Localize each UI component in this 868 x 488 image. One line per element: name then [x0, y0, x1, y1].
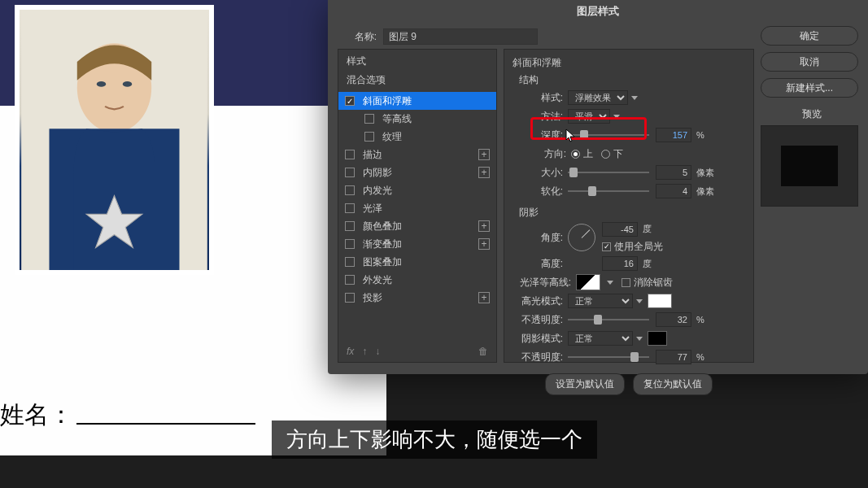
- blend-options[interactable]: 混合选项: [338, 73, 496, 92]
- highlight-opacity-row: 不透明度:%: [513, 312, 745, 328]
- effect-bevel-emboss[interactable]: 斜面和浮雕: [338, 92, 496, 110]
- checkbox-icon[interactable]: [345, 185, 355, 195]
- svg-point-5: [123, 81, 132, 87]
- arrow-down-icon[interactable]: ↓: [375, 346, 380, 357]
- plus-icon[interactable]: +: [478, 292, 490, 303]
- svg-point-4: [97, 81, 106, 87]
- shading-title: 阴影: [519, 206, 745, 220]
- highlight-color-swatch[interactable]: [648, 294, 672, 308]
- chevron-down-icon: [613, 115, 620, 119]
- checkbox-icon[interactable]: [345, 203, 355, 213]
- direction-down-radio[interactable]: 下: [601, 147, 623, 161]
- depth-slider[interactable]: [568, 129, 649, 141]
- name-underline: [76, 423, 255, 425]
- shadow-color-swatch[interactable]: [648, 331, 667, 346]
- portrait-image: [20, 10, 209, 270]
- new-style-button[interactable]: 新建样式...: [761, 78, 858, 98]
- highlight-opacity-input[interactable]: [656, 312, 691, 327]
- checkbox-icon[interactable]: [345, 239, 355, 249]
- depth-row: 深度:%: [513, 127, 745, 143]
- effect-stroke[interactable]: 描边+: [338, 146, 496, 163]
- effect-drop-shadow[interactable]: 投影+: [338, 289, 496, 307]
- effect-texture[interactable]: 纹理: [338, 128, 496, 146]
- altitude-input[interactable]: [602, 256, 638, 271]
- checkbox-icon[interactable]: [364, 132, 374, 142]
- global-light-checkbox[interactable]: [602, 242, 611, 251]
- effect-inner-shadow[interactable]: 内阴影+: [338, 163, 496, 181]
- effect-color-overlay[interactable]: 颜色叠加+: [338, 217, 496, 235]
- effect-satin[interactable]: 光泽: [338, 199, 496, 217]
- effect-gradient-overlay[interactable]: 渐变叠加+: [338, 235, 496, 253]
- styles-list-panel: 样式 混合选项 斜面和浮雕 等高线 纹理 描边+ 内阴影+ 内发光 光泽 颜色叠…: [338, 49, 497, 363]
- checkbox-icon[interactable]: [345, 150, 355, 159]
- direction-row: 方向: 上 下: [513, 146, 745, 162]
- effect-inner-glow[interactable]: 内发光: [338, 181, 496, 199]
- gloss-contour-row: 光泽等高线:消除锯齿: [513, 274, 745, 290]
- shadow-opacity-input[interactable]: [656, 350, 691, 364]
- size-row: 大小:像素: [513, 164, 745, 181]
- chevron-down-icon: [636, 337, 643, 341]
- photo-frame: [15, 5, 214, 275]
- highlight-opacity-slider[interactable]: [568, 314, 649, 325]
- checkbox-icon[interactable]: [345, 275, 355, 285]
- effect-contour[interactable]: 等高线: [338, 110, 496, 128]
- shadow-mode-row: 阴影模式:正常: [513, 330, 745, 346]
- plus-icon[interactable]: +: [478, 220, 490, 232]
- trash-icon[interactable]: 🗑: [478, 346, 488, 357]
- plus-icon[interactable]: +: [478, 149, 490, 160]
- arrow-up-icon[interactable]: ↑: [362, 346, 367, 357]
- checkbox-icon[interactable]: [345, 96, 355, 106]
- checkbox-icon[interactable]: [345, 293, 355, 303]
- technique-select[interactable]: 平滑: [568, 109, 610, 124]
- layer-name-input[interactable]: [383, 28, 538, 45]
- size-slider[interactable]: [568, 167, 649, 178]
- effect-outer-glow[interactable]: 外发光: [338, 271, 496, 289]
- shadow-mode-select[interactable]: 正常: [568, 331, 633, 346]
- angle-row: 角度: 度 使用全局光: [513, 222, 745, 253]
- style-row: 样式:浮雕效果: [513, 89, 745, 106]
- soften-slider[interactable]: [568, 185, 649, 197]
- style-select[interactable]: 浮雕效果: [568, 90, 628, 105]
- name-label: 姓名：: [0, 399, 73, 432]
- chevron-down-icon: [607, 281, 613, 285]
- antialiased-checkbox[interactable]: [622, 278, 630, 287]
- depth-input[interactable]: [656, 128, 691, 142]
- checkbox-icon[interactable]: [345, 168, 355, 177]
- soften-row: 软化:像素: [513, 183, 745, 199]
- direction-up-radio[interactable]: 上: [571, 147, 593, 161]
- plus-icon[interactable]: +: [478, 167, 490, 178]
- structure-title: 结构: [519, 73, 745, 87]
- bevel-settings-panel: 斜面和浮雕 结构 样式:浮雕效果 方法:平滑 深度:% 方向: 上 下 大小:像…: [504, 49, 754, 363]
- size-input[interactable]: [656, 165, 691, 180]
- preview-thumbnail: [761, 125, 858, 207]
- plus-icon[interactable]: +: [478, 238, 490, 250]
- checkbox-icon[interactable]: [364, 114, 374, 124]
- checkbox-icon[interactable]: [345, 257, 355, 267]
- dialog-buttons: 确定 取消 新建样式... 预览: [761, 26, 858, 121]
- cancel-button[interactable]: 取消: [761, 52, 858, 72]
- shadow-opacity-slider[interactable]: [568, 351, 649, 363]
- dialog-title: 图层样式: [577, 4, 619, 19]
- gloss-contour-picker[interactable]: [576, 274, 600, 290]
- altitude-row: 高度:度: [513, 255, 745, 272]
- shadow-opacity-row: 不透明度:%: [513, 349, 745, 365]
- technique-row: 方法:平滑: [513, 108, 745, 124]
- soften-input[interactable]: [656, 184, 691, 198]
- name-label: 名称:: [352, 30, 377, 44]
- angle-input[interactable]: [602, 222, 638, 237]
- video-subtitle: 方向上下影响不大，随便选一个: [272, 420, 597, 459]
- styles-header: 样式: [338, 50, 496, 73]
- layer-style-dialog: 图层样式 名称: 样式 混合选项 斜面和浮雕 等高线 纹理 描边+ 内阴影+ 内…: [328, 0, 868, 374]
- fx-icon[interactable]: fx: [347, 346, 354, 357]
- angle-dial[interactable]: [568, 224, 595, 251]
- chevron-down-icon: [636, 299, 643, 303]
- styles-footer: fx ↑ ↓ 🗑: [338, 341, 496, 362]
- ok-button[interactable]: 确定: [761, 26, 858, 46]
- reset-default-button[interactable]: 复位为默认值: [633, 373, 713, 395]
- make-default-button[interactable]: 设置为默认值: [545, 373, 625, 395]
- highlight-mode-select[interactable]: 正常: [568, 294, 633, 308]
- checkbox-icon[interactable]: [345, 221, 355, 231]
- chevron-down-icon: [631, 96, 638, 100]
- bevel-title: 斜面和浮雕: [513, 56, 745, 70]
- effect-pattern-overlay[interactable]: 图案叠加: [338, 253, 496, 271]
